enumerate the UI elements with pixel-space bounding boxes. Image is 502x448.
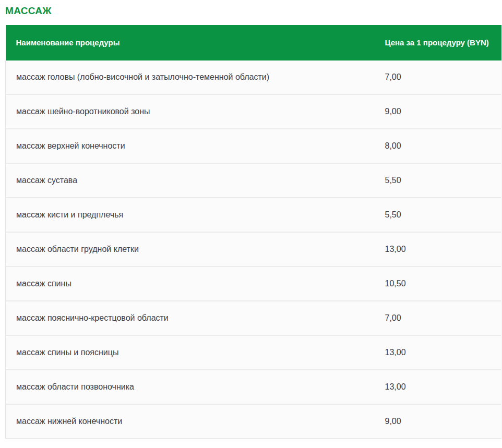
table-row: массаж спины10,50 xyxy=(6,267,501,301)
table-header: Наименование процедуры Цена за 1 процеду… xyxy=(6,25,501,60)
procedure-name-cell: массаж нижней конечности xyxy=(6,404,376,439)
table-row: массаж кисти и предплечья5,50 xyxy=(6,198,501,232)
procedure-name-cell: массаж кисти и предплечья xyxy=(6,198,376,232)
price-cell: 9,00 xyxy=(376,404,501,439)
price-cell: 10,50 xyxy=(376,267,501,301)
price-cell: 5,50 xyxy=(376,163,501,198)
procedure-name-cell: массаж верхней конечности xyxy=(6,129,376,163)
procedure-name-cell: массаж области грудной клетки xyxy=(6,232,376,267)
procedure-name-cell: массаж шейно-воротниковой зоны xyxy=(6,94,376,129)
table-row: массаж области грудной клетки13,00 xyxy=(6,232,501,267)
table-header-row: Наименование процедуры Цена за 1 процеду… xyxy=(6,25,501,60)
procedure-name-cell: массаж головы (лобно-височной и затылочн… xyxy=(6,60,376,94)
price-cell: 7,00 xyxy=(376,60,501,94)
price-list-page: МАССАЖ Наименование процедуры Цена за 1 … xyxy=(0,5,502,439)
table-row: массаж нижней конечности9,00 xyxy=(6,404,501,439)
procedure-name-cell: массаж сустава xyxy=(6,163,376,198)
table-row: массаж области позвоночника13,00 xyxy=(6,370,501,404)
price-table: Наименование процедуры Цена за 1 процеду… xyxy=(5,25,501,439)
table-row: массаж спины и поясницы13,00 xyxy=(6,335,501,370)
procedure-name-cell: массаж спины и поясницы xyxy=(6,335,376,370)
column-header-procedure-name: Наименование процедуры xyxy=(6,25,376,60)
procedure-name-cell: массаж спины xyxy=(6,267,376,301)
table-row: массаж головы (лобно-височной и затылочн… xyxy=(6,60,501,94)
column-header-price: Цена за 1 процедуру (BYN) xyxy=(376,25,501,60)
price-cell: 8,00 xyxy=(376,129,501,163)
price-cell: 13,00 xyxy=(376,232,501,267)
price-cell: 13,00 xyxy=(376,335,501,370)
table-row: массаж верхней конечности8,00 xyxy=(6,129,501,163)
table-row: массаж шейно-воротниковой зоны9,00 xyxy=(6,94,501,129)
table-row: массаж пояснично-крестцовой области7,00 xyxy=(6,301,501,335)
price-cell: 13,00 xyxy=(376,370,501,404)
page-title: МАССАЖ xyxy=(5,5,497,17)
price-cell: 7,00 xyxy=(376,301,501,335)
procedure-name-cell: массаж пояснично-крестцовой области xyxy=(6,301,376,335)
procedure-name-cell: массаж области позвоночника xyxy=(6,370,376,404)
table-body: массаж головы (лобно-височной и затылочн… xyxy=(6,60,501,439)
table-row: массаж сустава5,50 xyxy=(6,163,501,198)
price-cell: 9,00 xyxy=(376,94,501,129)
price-cell: 5,50 xyxy=(376,198,501,232)
